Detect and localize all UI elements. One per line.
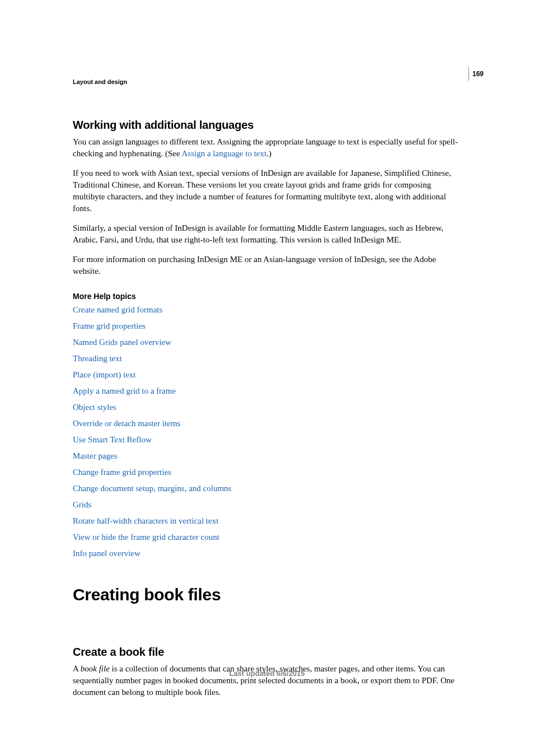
- page-number: 169: [469, 67, 484, 81]
- link-change-document-setup[interactable]: Change document setup, margins, and colu…: [73, 484, 461, 493]
- link-view-hide-frame-grid-count[interactable]: View or hide the frame grid character co…: [73, 533, 461, 542]
- heading-create-a-book-file: Create a book file: [73, 646, 461, 659]
- document-page: 169 Layout and design Working with addit…: [0, 0, 534, 756]
- link-master-pages[interactable]: Master pages: [73, 451, 461, 461]
- paragraph-middle-eastern: Similarly, a special version of InDesign…: [73, 222, 461, 246]
- help-topics-link-list: Create named grid formats Frame grid pro…: [73, 305, 461, 558]
- link-change-frame-grid-properties[interactable]: Change frame grid properties: [73, 468, 461, 477]
- paragraph-asian-text: If you need to work with Asian text, spe…: [73, 167, 461, 214]
- link-use-smart-text-reflow[interactable]: Use Smart Text Reflow: [73, 435, 461, 445]
- link-create-named-grid-formats[interactable]: Create named grid formats: [73, 305, 461, 315]
- heading-more-help-topics: More Help topics: [73, 292, 461, 301]
- heading-creating-book-files: Creating book files: [73, 585, 461, 604]
- link-rotate-half-width-characters[interactable]: Rotate half-width characters in vertical…: [73, 516, 461, 526]
- link-override-detach-master-items[interactable]: Override or detach master items: [73, 419, 461, 428]
- link-threading-text[interactable]: Threading text: [73, 354, 461, 363]
- link-object-styles[interactable]: Object styles: [73, 403, 461, 412]
- heading-working-with-languages: Working with additional languages: [73, 119, 461, 132]
- para1-text-b: .): [266, 149, 271, 158]
- paragraph-book-file-intro: A book file is a collection of documents…: [73, 663, 461, 698]
- link-place-import-text[interactable]: Place (import) text: [73, 370, 461, 380]
- link-apply-named-grid-to-frame[interactable]: Apply a named grid to a frame: [73, 386, 461, 396]
- section-label: Layout and design: [73, 78, 461, 85]
- footer-last-updated: Last updated 6/6/2015: [0, 669, 534, 678]
- link-frame-grid-properties[interactable]: Frame grid properties: [73, 321, 461, 331]
- link-grids[interactable]: Grids: [73, 500, 461, 510]
- paragraph-more-info: For more information on purchasing InDes…: [73, 254, 461, 277]
- paragraph-assign-languages: You can assign languages to different te…: [73, 136, 461, 160]
- link-assign-language-to-text[interactable]: Assign a language to text: [182, 149, 267, 158]
- link-info-panel-overview[interactable]: Info panel overview: [73, 549, 461, 558]
- link-named-grids-panel-overview[interactable]: Named Grids panel overview: [73, 338, 461, 347]
